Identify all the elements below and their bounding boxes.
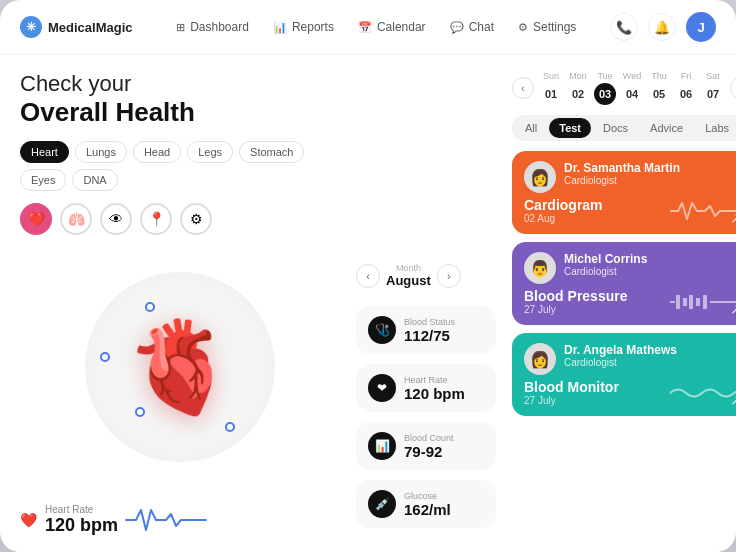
filter-tabs: All Test Docs Advice Labs: [512, 115, 736, 141]
body-tabs: Heart Lungs Head Legs Stomach Eyes DNA: [20, 141, 340, 191]
avatar-michel: 👨: [524, 252, 556, 284]
doctor-card-samantha: 👩 Dr. Samantha Martin Cardiologist Cardi…: [512, 151, 736, 234]
cal-day-sat[interactable]: Sat 07: [702, 71, 724, 105]
right-panel: ‹ Sun 01 Mon 02 Tue 03 Wed: [512, 71, 736, 536]
expand-icon-angela[interactable]: ↗: [730, 392, 736, 408]
logo-icon: ✳: [20, 16, 42, 38]
cal-next-btn[interactable]: ›: [730, 77, 736, 99]
avatar-angela: 👩: [524, 343, 556, 375]
heart-area: 🫀: [20, 247, 340, 488]
cal-day-tue[interactable]: Tue 03: [594, 71, 616, 105]
lung-icon-btn[interactable]: 🫁: [60, 203, 92, 235]
cardiogram-wave: [670, 200, 736, 222]
dot-4: [225, 422, 235, 432]
doctor-cards: 👩 Dr. Samantha Martin Cardiologist Cardi…: [512, 151, 736, 536]
nav-chat[interactable]: 💬 Chat: [440, 15, 504, 39]
cal-day-wed[interactable]: Wed 04: [621, 71, 643, 105]
icon-row: ❤️ 🫁 👁 📍 ⚙: [20, 203, 340, 235]
expand-icon-samantha[interactable]: ↗: [730, 210, 736, 226]
user-avatar-button[interactable]: J: [686, 12, 716, 42]
hr-info: Heart Rate 120 bpm: [45, 504, 118, 536]
tab-head[interactable]: Head: [133, 141, 181, 163]
ecg-graph: [126, 506, 206, 534]
tab-heart[interactable]: Heart: [20, 141, 69, 163]
filter-advice[interactable]: Advice: [640, 118, 693, 138]
filter-all[interactable]: All: [515, 118, 547, 138]
main-content: Check your Overall Health Heart Lungs He…: [0, 55, 736, 552]
dashboard-icon: ⊞: [176, 21, 185, 34]
mid-panel: ‹ Month August › 🩺 Blood Status 112/75: [356, 71, 496, 536]
chat-icon: 💬: [450, 21, 464, 34]
stat-blood-count: 📊 Blood Count 79-92: [356, 422, 496, 470]
blood-pressure-wave: [670, 291, 736, 313]
month-prev-btn[interactable]: ‹: [356, 264, 380, 288]
nav-items: ⊞ Dashboard 📊 Reports 📅 Calendar 💬 Chat …: [157, 15, 596, 39]
cal-day-thu[interactable]: Thu 05: [648, 71, 670, 105]
filter-test[interactable]: Test: [549, 118, 591, 138]
tab-dna[interactable]: DNA: [72, 169, 117, 191]
header-right: 📞 🔔 J: [610, 12, 716, 42]
tab-legs[interactable]: Legs: [187, 141, 233, 163]
stat-heart-rate: ❤ Heart Rate 120 bpm: [356, 364, 496, 412]
doctor-card-angela: 👩 Dr. Angela Mathews Cardiologist Blood …: [512, 333, 736, 416]
month-nav: ‹ Month August ›: [356, 263, 496, 288]
stat-blood-status: 🩺 Blood Status 112/75: [356, 306, 496, 354]
eye-icon-btn[interactable]: 👁: [100, 203, 132, 235]
logo: ✳ MedicalMagic: [20, 16, 133, 38]
calendar-icon: 📅: [358, 21, 372, 34]
heart-bg: 🫀: [85, 272, 275, 462]
main-card: ✳ MedicalMagic ⊞ Dashboard 📊 Reports 📅 C…: [0, 0, 736, 552]
calendar-row: ‹ Sun 01 Mon 02 Tue 03 Wed: [512, 71, 736, 105]
cal-day-fri[interactable]: Fri 06: [675, 71, 697, 105]
header: ✳ MedicalMagic ⊞ Dashboard 📊 Reports 📅 C…: [0, 0, 736, 55]
left-panel: Check your Overall Health Heart Lungs He…: [20, 71, 340, 536]
phone-button[interactable]: 📞: [610, 13, 638, 41]
cal-prev-btn[interactable]: ‹: [512, 77, 534, 99]
blood-count-icon: 📊: [368, 432, 396, 460]
tab-lungs[interactable]: Lungs: [75, 141, 127, 163]
dot-2: [100, 352, 110, 362]
settings-icon-btn[interactable]: ⚙: [180, 203, 212, 235]
blood-status-icon: 🩺: [368, 316, 396, 344]
avatar-samantha: 👩: [524, 161, 556, 193]
doctor-card-michel: 👨 Michel Corrins Cardiologist Blood Pres…: [512, 242, 736, 325]
reports-icon: 📊: [273, 21, 287, 34]
cal-day-mon[interactable]: Mon 02: [567, 71, 589, 105]
heart-icon-btn[interactable]: ❤️: [20, 203, 52, 235]
page-title: Check your Overall Health: [20, 71, 340, 129]
cal-day-sun[interactable]: Sun 01: [540, 71, 562, 105]
nav-settings[interactable]: ⚙ Settings: [508, 15, 586, 39]
nav-dashboard[interactable]: ⊞ Dashboard: [166, 15, 259, 39]
cal-days: Sun 01 Mon 02 Tue 03 Wed 04: [540, 71, 724, 105]
pin-icon-btn[interactable]: 📍: [140, 203, 172, 235]
filter-labs[interactable]: Labs: [695, 118, 736, 138]
stat-glucose: 💉 Glucose 162/ml: [356, 480, 496, 528]
heart-rate-footer: ❤️ Heart Rate 120 bpm: [20, 500, 340, 536]
filter-docs[interactable]: Docs: [593, 118, 638, 138]
tab-eyes[interactable]: Eyes: [20, 169, 66, 191]
heart-rate-icon: ❤️: [20, 512, 37, 528]
heart-rate-stat-icon: ❤: [368, 374, 396, 402]
heart-image: 🫀: [124, 322, 236, 412]
tab-stomach[interactable]: Stomach: [239, 141, 304, 163]
settings-icon: ⚙: [518, 21, 528, 34]
nav-reports[interactable]: 📊 Reports: [263, 15, 344, 39]
blood-monitor-wave: [670, 382, 736, 404]
logo-text: MedicalMagic: [48, 20, 133, 35]
nav-calendar[interactable]: 📅 Calendar: [348, 15, 436, 39]
month-display: Month August: [386, 263, 431, 288]
month-next-btn[interactable]: ›: [437, 264, 461, 288]
dot-1: [145, 302, 155, 312]
bell-button[interactable]: 🔔: [648, 13, 676, 41]
expand-icon-michel[interactable]: ↗: [730, 301, 736, 317]
glucose-icon: 💉: [368, 490, 396, 518]
